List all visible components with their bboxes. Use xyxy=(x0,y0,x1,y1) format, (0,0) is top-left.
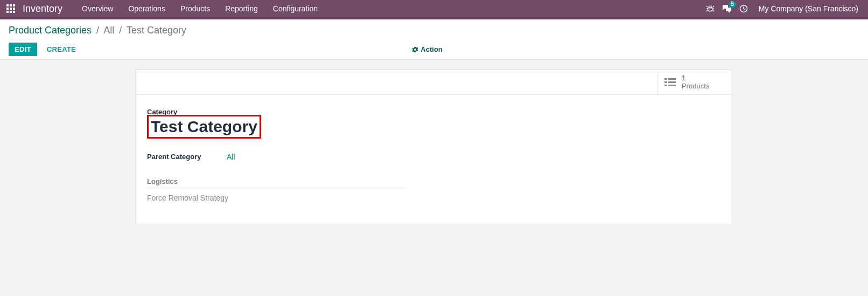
nav-configuration[interactable]: Configuration xyxy=(265,1,325,16)
logistics-heading: Logistics xyxy=(147,177,405,188)
stat-count: 1 xyxy=(682,74,709,82)
messages-icon[interactable]: 5 xyxy=(722,4,732,13)
sheet-wrap: 1 Products Category Test Category Parent… xyxy=(0,60,868,224)
clock-icon[interactable] xyxy=(739,4,748,13)
stat-row: 1 Products xyxy=(136,70,732,95)
breadcrumb-sep: / xyxy=(96,25,99,36)
stat-label: Products xyxy=(682,82,709,90)
breadcrumb-current: Test Category xyxy=(127,25,186,36)
form-sheet: 1 Products Category Test Category Parent… xyxy=(136,70,732,224)
svg-rect-2 xyxy=(668,78,676,80)
parent-category-label: Parent Category xyxy=(147,153,227,161)
nav-products[interactable]: Products xyxy=(173,1,218,16)
svg-rect-1 xyxy=(664,78,667,80)
bug-icon[interactable] xyxy=(706,4,715,13)
breadcrumb-part-0: All xyxy=(103,25,114,36)
gear-icon xyxy=(412,46,418,53)
removal-strategy-label: Force Removal Strategy xyxy=(147,194,721,202)
action-dropdown[interactable]: Action xyxy=(412,45,442,53)
action-label: Action xyxy=(421,45,442,53)
highlight-box: Test Category xyxy=(147,115,261,139)
create-button[interactable]: CREATE xyxy=(41,43,81,56)
top-navbar: Inventory Overview Operations Products R… xyxy=(0,0,868,19)
control-panel: Product Categories / All / Test Category… xyxy=(0,19,868,60)
nav-reporting[interactable]: Reporting xyxy=(218,1,265,16)
control-left: EDIT CREATE xyxy=(9,43,81,56)
nav-operations[interactable]: Operations xyxy=(121,1,172,16)
apps-icon[interactable] xyxy=(6,4,15,13)
svg-rect-3 xyxy=(664,81,667,83)
breadcrumb-sep: / xyxy=(119,25,122,36)
sheet-body: Category Test Category Parent Category A… xyxy=(136,95,732,224)
messages-badge: 5 xyxy=(729,1,736,8)
nav-overview[interactable]: Overview xyxy=(74,1,121,16)
app-brand[interactable]: Inventory xyxy=(23,3,62,15)
nav-menu: Overview Operations Products Reporting C… xyxy=(74,1,325,16)
edit-button[interactable]: EDIT xyxy=(9,43,37,56)
breadcrumb: Product Categories / All / Test Category xyxy=(9,25,859,36)
parent-category-value[interactable]: All xyxy=(227,153,235,161)
stat-text: 1 Products xyxy=(682,74,709,90)
category-title: Test Category xyxy=(151,116,257,137)
control-center: Action xyxy=(81,45,773,53)
nav-left: Inventory Overview Operations Products R… xyxy=(6,1,706,16)
company-selector[interactable]: My Company (San Francisco) xyxy=(755,4,862,13)
nav-right: 5 My Company (San Francisco) xyxy=(706,4,862,13)
svg-rect-6 xyxy=(668,85,676,86)
svg-rect-4 xyxy=(668,81,676,83)
list-icon xyxy=(664,78,676,87)
svg-rect-5 xyxy=(664,85,667,86)
breadcrumb-root[interactable]: Product Categories xyxy=(9,25,92,36)
control-row: EDIT CREATE Action xyxy=(9,43,859,56)
products-stat-button[interactable]: 1 Products xyxy=(657,70,732,94)
parent-category-row: Parent Category All xyxy=(147,153,721,161)
